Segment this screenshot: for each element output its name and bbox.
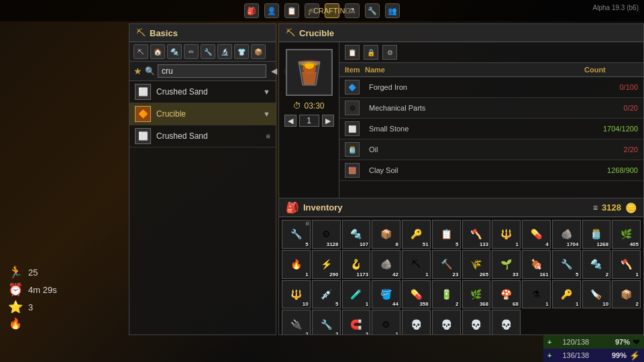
inventory-slot-23[interactable]: 🪓1: [612, 250, 641, 279]
sort-icon[interactable]: ≡: [593, 203, 598, 213]
slot-count-39: 1: [396, 331, 398, 335]
recipe-name-crucible: Crucible: [156, 109, 258, 119]
slot-icon-19: 🌱: [500, 259, 512, 269]
slot-count-33: 1: [576, 301, 578, 307]
slot-icon-40: 💀: [411, 320, 422, 329]
inventory-slot-5[interactable]: 📋5: [432, 220, 461, 249]
req-count-small-stone: 1704/1200: [584, 125, 638, 133]
req-count-clay-soil: 1268/900: [584, 166, 638, 174]
slot-count-27: 44: [392, 301, 398, 307]
inventory-slot-28[interactable]: 💊358: [402, 280, 431, 309]
qty-decrease-button[interactable]: ◀: [284, 115, 297, 127]
inventory-slot-7[interactable]: 🔱1: [492, 220, 521, 249]
inventory-slot-12[interactable]: 🔥1: [282, 250, 311, 279]
recipe-icon-crushed-sand-2: ⬜: [135, 128, 151, 144]
cat-icon-clothing[interactable]: 👕: [234, 44, 249, 59]
search-row: ★ 🔍 ◀ ▶: [129, 62, 276, 81]
inventory-slot-0[interactable]: 🔧5⚙: [282, 220, 311, 249]
inventory-slot-27[interactable]: 🪣44: [372, 280, 400, 309]
recipe-item-crushed-sand-1[interactable]: ⬜ Crushed Sand ▼: [129, 81, 276, 103]
inventory-slot-17[interactable]: 🔨23: [432, 250, 461, 279]
inventory-slot-15[interactable]: 🪨42: [372, 250, 400, 279]
inventory-slot-37[interactable]: 🔧2: [312, 310, 341, 335]
tab-quests[interactable]: 👥: [385, 3, 400, 18]
recipe-item-crushed-sand-2[interactable]: ⬜ Crushed Sand ≡: [129, 125, 276, 147]
req-name-oil: Oil: [365, 145, 584, 154]
inventory-slot-11[interactable]: 🌿405: [612, 220, 641, 249]
inventory-slot-31[interactable]: 🍄68: [492, 280, 521, 309]
inventory-slot-41[interactable]: 💀: [432, 310, 461, 335]
inventory-slot-8[interactable]: 💊4: [522, 220, 551, 249]
inventory-slot-20[interactable]: 🍖161: [522, 250, 551, 279]
inventory-slot-16[interactable]: ⛏1: [402, 250, 431, 279]
inventory-slot-38[interactable]: 🧲2: [342, 310, 371, 335]
inventory-slot-32[interactable]: ⚗1: [522, 280, 551, 309]
tab-crafting[interactable]: CRAFTING: [325, 3, 339, 18]
cat-icon-parts[interactable]: 🔩: [167, 44, 182, 59]
inventory-slot-24[interactable]: 🔱10: [282, 280, 311, 309]
inventory-slot-13[interactable]: ⚡290: [312, 250, 341, 279]
inventory-slot-26[interactable]: 🧪1: [342, 280, 371, 309]
crucible-header: ⛏ Crucible: [279, 24, 643, 42]
inventory-slot-10[interactable]: 🫙1268: [582, 220, 611, 249]
tab-friends[interactable]: 🔧: [365, 3, 380, 18]
inventory-slot-30[interactable]: 🌿368: [462, 280, 491, 309]
qty-increase-button[interactable]: ▶: [322, 115, 334, 127]
cat-icon-wrench[interactable]: 🔧: [201, 44, 215, 59]
inventory-slot-35[interactable]: 📦2: [612, 280, 641, 309]
cat-icon-tools[interactable]: ⛏: [133, 44, 148, 59]
inventory-slot-29[interactable]: 🔋2: [432, 280, 461, 309]
req-name-clay-soil: Clay Soil: [365, 166, 584, 174]
req-row-mechanical-parts: ⚙ Mechanical Parts 0/20: [339, 98, 643, 119]
tab-character[interactable]: 👤: [264, 3, 279, 18]
req-icon-lock[interactable]: 🔒: [364, 45, 378, 60]
favorite-button[interactable]: ★: [133, 66, 142, 76]
req-icon-settings[interactable]: ⚙: [382, 45, 397, 60]
slot-icon-2: 🔩: [350, 229, 362, 239]
col-header-count: Count: [584, 66, 638, 74]
inventory-slot-4[interactable]: 🔑51: [402, 220, 431, 249]
inventory-slot-40[interactable]: 💀: [402, 310, 431, 335]
inventory-slot-39[interactable]: ⚙1: [372, 310, 400, 335]
inventory-slot-22[interactable]: 🔩2: [582, 250, 611, 279]
slot-icon-42: 💀: [470, 320, 482, 329]
requirements-table: Item Name Count 🔷 Forged Iron 0/100 ⚙ Me…: [339, 63, 643, 198]
slot-icon-37: 🔧: [321, 320, 332, 329]
inventory-slot-42[interactable]: 💀: [462, 310, 491, 335]
tab-backpack[interactable]: 🎒: [244, 3, 259, 18]
tab-missions[interactable]: 📋: [284, 3, 299, 18]
inventory-slot-19[interactable]: 🌱33: [492, 250, 521, 279]
slot-count-0: 5: [305, 241, 308, 247]
timer-row: ⏰ 4m 29s: [8, 282, 116, 297]
cat-icon-pen[interactable]: ✏: [184, 44, 199, 59]
inventory-slot-3[interactable]: 📦8: [372, 220, 400, 249]
search-input[interactable]: [158, 64, 266, 78]
req-count-mechanical-parts: 0/20: [584, 104, 638, 112]
slot-count-1: 3128: [327, 241, 339, 247]
cat-icon-house[interactable]: 🏠: [150, 44, 165, 59]
inventory-slot-25[interactable]: 💉5: [312, 280, 341, 309]
slot-count-10: 1268: [596, 241, 608, 247]
inventory-slot-6[interactable]: 🪓133: [462, 220, 491, 249]
inventory-slot-1[interactable]: ⚙3128: [312, 220, 341, 249]
inventory-slot-34[interactable]: 🪚10: [582, 280, 611, 309]
req-row-oil: 🫙 Oil 2/20: [339, 139, 643, 160]
tab-map[interactable]: ⚗: [345, 3, 360, 18]
inventory-slot-2[interactable]: 🔩107: [342, 220, 371, 249]
slot-count-3: 8: [396, 241, 398, 247]
slot-icon-35: 📦: [621, 290, 632, 299]
slot-icon-41: 💀: [441, 320, 452, 329]
cat-icon-box[interactable]: 📦: [251, 44, 266, 59]
prev-result-button[interactable]: ◀: [269, 66, 279, 76]
inventory-slot-14[interactable]: 🪝1173: [342, 250, 371, 279]
cat-icon-science[interactable]: 🔬: [217, 44, 232, 59]
inventory-slot-18[interactable]: 🌾265: [462, 250, 491, 279]
recipe-item-crucible[interactable]: 🔶 Crucible ▼: [129, 103, 276, 125]
inventory-slot-36[interactable]: 🔌2: [282, 310, 311, 335]
req-icon-list[interactable]: 📋: [345, 45, 360, 60]
slot-icon-8: 💊: [531, 229, 542, 239]
inventory-slot-9[interactable]: 🪨1704: [552, 220, 581, 249]
inventory-slot-21[interactable]: 🔧5: [552, 250, 581, 279]
inventory-slot-33[interactable]: 🔑1: [552, 280, 581, 309]
inventory-slot-43[interactable]: 💀: [492, 310, 521, 335]
